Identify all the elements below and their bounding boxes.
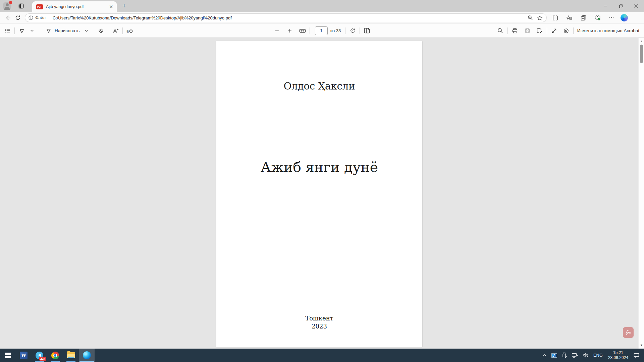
draw-dropdown-icon[interactable] [82,26,91,36]
browser-tab[interactable]: PDF Ajib yangi dunyo.pdf ✕ [32,1,117,12]
settings-gear-icon[interactable] [561,26,571,36]
toolbar-divider [360,27,360,34]
toolbar-divider [14,27,15,34]
word-icon: W [20,352,28,359]
clock-date: 23.09.2024 [608,355,628,360]
profile-avatar[interactable] [3,2,11,10]
back-icon[interactable] [3,13,13,22]
vertical-scrollbar[interactable]: ▲ ▼ [638,38,644,349]
action-center-icon[interactable] [632,349,643,362]
save-as-icon[interactable] [535,26,544,36]
minimize-button[interactable] [598,0,613,12]
system-tray: ENG 15:21 23.09.2024 [541,349,644,362]
taskbar-word[interactable]: W [16,349,32,362]
taskbar-chrome[interactable] [47,349,63,362]
imprint-city: Тошкент [216,314,422,322]
address-divider [49,15,49,20]
pdf-page: Олдос Ҳаксли Ажиб янги дунё Тошкент 2023 [216,41,422,347]
fit-width-icon[interactable] [298,26,307,36]
more-menu-icon[interactable] [606,13,616,22]
chrome-icon [51,352,59,359]
page-number-input[interactable] [315,26,328,35]
imprint-year: 2023 [216,322,422,330]
graphics-tray-icon[interactable] [550,349,559,362]
pdf-favicon: PDF [36,4,43,9]
avatar-head [6,3,9,6]
url-text[interactable]: C:/Users/Tarix%20Kutubxona/Downloads/Tel… [53,15,526,20]
document-imprint: Тошкент 2023 [216,314,422,331]
highlighter-dropdown-icon[interactable] [27,26,37,36]
avatar-body [4,7,10,10]
favorite-star-icon[interactable] [535,14,544,22]
browser-window: PDF Ajib yangi dunyo.pdf ✕ + [0,0,644,362]
pdf-toolbar: Нарисовать a [0,23,644,38]
highlighter-icon[interactable] [17,26,26,36]
title-bar: PDF Ajib yangi dunyo.pdf ✕ + [0,0,644,12]
zoom-out-icon[interactable] [272,26,282,36]
network-icon[interactable] [570,349,580,362]
windows-logo-icon [5,353,11,358]
split-screen-icon[interactable] [550,13,560,22]
close-button[interactable] [629,0,644,12]
refresh-icon[interactable] [13,13,23,22]
page-count-label: из 33 [330,28,341,33]
window-controls [598,0,644,12]
new-tab-button[interactable]: + [119,1,129,11]
toolbar-divider [573,27,574,34]
pdf-viewer: Олдос Ҳаксли Ажиб янги дунё Тошкент 2023… [0,38,644,349]
browser-essentials-icon[interactable] [592,13,602,22]
scroll-up-icon[interactable]: ▲ [639,39,644,44]
favorites-list-icon[interactable] [564,13,574,22]
site-info[interactable]: Файл [29,15,46,20]
taskbar-edge[interactable] [79,349,95,362]
translate-icon[interactable]: a [125,26,135,36]
draw-label: Нарисовать [55,28,79,33]
save-icon[interactable] [523,26,532,36]
zoom-page-icon[interactable] [526,14,535,22]
taskbar-telegram[interactable]: 224 [32,349,47,362]
pdf-file-actions: Изменить с помощью Acrobat [496,26,639,36]
usb-device-icon[interactable] [560,349,569,362]
toolbar-divider [108,27,108,34]
info-icon [29,15,33,20]
print-icon[interactable] [510,26,520,36]
file-scheme-label: Файл [35,15,46,20]
clock[interactable]: 15:21 23.09.2024 [606,350,631,360]
open-in-acrobat-button[interactable]: Изменить с помощью Acrobat [577,28,639,33]
zoom-in-icon[interactable] [285,26,294,36]
draw-pen-icon[interactable] [44,26,53,36]
windows-taskbar: W 224 [0,349,644,362]
edge-icon [83,351,91,359]
svg-text:a: a [126,28,129,33]
language-indicator[interactable]: ENG [592,349,604,362]
tab-close-icon[interactable]: ✕ [108,4,114,10]
volume-icon[interactable] [581,349,590,362]
collections-icon[interactable] [578,13,588,22]
search-icon[interactable] [496,26,505,36]
clock-time: 15:21 [608,350,628,355]
address-bar[interactable]: Файл C:/Users/Tarix%20Kutubxona/Download… [25,13,547,22]
workspaces-icon[interactable] [16,2,26,10]
fullscreen-icon[interactable] [549,26,559,36]
page-view-icon[interactable] [362,26,372,36]
start-button[interactable] [0,349,16,362]
file-explorer-icon [67,352,75,358]
acrobat-overlay-button[interactable] [623,327,634,338]
navigation-bar: Файл C:/Users/Tarix%20Kutubxona/Download… [0,12,644,23]
tray-expand-icon[interactable] [541,349,548,362]
telegram-badge: 224 [39,357,46,361]
scroll-down-icon[interactable]: ▼ [639,343,644,348]
document-title: Ажиб янги дунё [216,159,422,175]
table-of-contents-icon[interactable] [3,26,12,36]
tab-title: Ajib yangi dunyo.pdf [46,4,108,9]
copilot-icon[interactable] [621,14,628,21]
read-aloud-icon[interactable] [111,26,120,36]
document-author: Олдос Ҳаксли [216,80,422,92]
taskbar-file-explorer[interactable] [63,349,79,362]
eraser-icon[interactable] [96,26,106,36]
pdf-annotation-tools: Нарисовать a [3,26,135,36]
rotate-icon[interactable] [348,26,357,36]
restore-button[interactable] [613,0,629,12]
toolbar-divider [507,27,508,34]
scrollbar-thumb[interactable] [640,45,643,63]
